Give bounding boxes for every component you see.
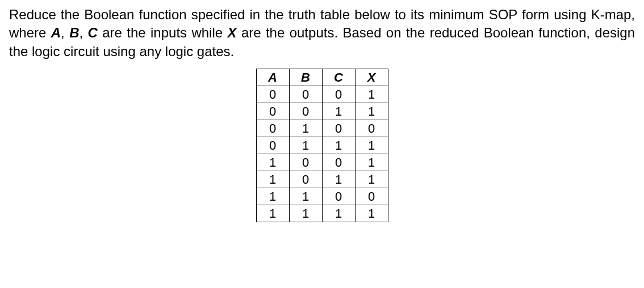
truth-table-container: A B C X 0 0 0 1 0 0 1 1 0 1 0: [9, 69, 635, 222]
var-a: A: [51, 25, 61, 40]
text-segment: ,: [61, 25, 69, 40]
cell: 1: [322, 137, 355, 154]
cell: 1: [355, 171, 388, 188]
cell: 0: [322, 188, 355, 205]
problem-statement: Reduce the Boolean function specified in…: [9, 6, 635, 61]
cell: 1: [256, 188, 289, 205]
table-row: 1 1 0 0: [256, 188, 388, 205]
cell: 0: [322, 86, 355, 103]
col-header-x: X: [355, 69, 388, 86]
cell: 0: [355, 188, 388, 205]
cell: 1: [289, 120, 322, 137]
cell: 1: [322, 103, 355, 120]
col-header-b: B: [289, 69, 322, 86]
cell: 1: [355, 86, 388, 103]
table-row: 1 0 0 1: [256, 154, 388, 171]
col-header-c: C: [322, 69, 355, 86]
text-segment: ,: [79, 25, 87, 40]
table-header-row: A B C X: [256, 69, 388, 86]
var-c: C: [88, 25, 98, 40]
table-row: 1 0 1 1: [256, 171, 388, 188]
col-header-a: A: [256, 69, 289, 86]
cell: 0: [256, 120, 289, 137]
cell: 0: [322, 154, 355, 171]
cell: 1: [256, 205, 289, 222]
table-row: 0 0 0 1: [256, 86, 388, 103]
cell: 1: [322, 205, 355, 222]
cell: 0: [322, 120, 355, 137]
truth-table: A B C X 0 0 0 1 0 0 1 1 0 1 0: [256, 69, 388, 222]
cell: 0: [256, 103, 289, 120]
cell: 1: [256, 171, 289, 188]
cell: 0: [289, 154, 322, 171]
cell: 0: [256, 137, 289, 154]
var-x: X: [228, 25, 237, 40]
cell: 0: [256, 86, 289, 103]
cell: 1: [256, 154, 289, 171]
table-row: 0 1 1 1: [256, 137, 388, 154]
cell: 0: [289, 86, 322, 103]
cell: 1: [355, 103, 388, 120]
cell: 1: [322, 171, 355, 188]
table-row: 0 0 1 1: [256, 103, 388, 120]
cell: 1: [355, 154, 388, 171]
table-row: 0 1 0 0: [256, 120, 388, 137]
cell: 1: [289, 137, 322, 154]
var-b: B: [69, 25, 79, 40]
cell: 1: [355, 137, 388, 154]
cell: 0: [289, 103, 322, 120]
cell: 0: [289, 171, 322, 188]
cell: 1: [289, 188, 322, 205]
cell: 1: [355, 205, 388, 222]
text-segment: are the inputs while: [98, 25, 228, 40]
cell: 0: [355, 120, 388, 137]
table-row: 1 1 1 1: [256, 205, 388, 222]
cell: 1: [289, 205, 322, 222]
